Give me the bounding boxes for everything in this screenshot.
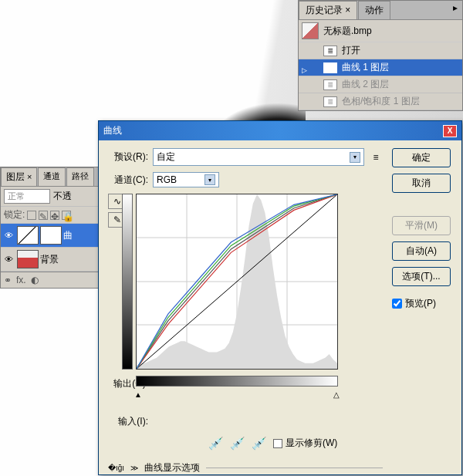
chevron-expand-icon: ≫: [130, 464, 138, 472]
input-label: 输入(I):: [108, 415, 148, 428]
lock-transparent-icon[interactable]: [27, 211, 36, 220]
lock-pixels-icon[interactable]: ✎: [39, 211, 48, 220]
open-step-icon: ≡: [323, 46, 337, 56]
black-eyedropper-icon[interactable]: 💉: [208, 436, 224, 451]
document-title: 无标题.bmp: [323, 25, 372, 38]
curves-step-icon: ≡: [323, 79, 337, 90]
ok-button[interactable]: 确定: [392, 148, 451, 167]
channel-value: RGB: [157, 174, 177, 185]
history-item-label: 色相/饱和度 1 图层: [342, 95, 420, 108]
show-clipping-label: 显示修剪(W): [286, 437, 337, 450]
history-panel: 历史记录 × 动作 ▸ 无标题.bmp ≡ 打开 ≡ 曲线 1 图层 ≡ 曲线 …: [298, 0, 463, 111]
history-marker-icon: [302, 98, 309, 106]
tab-channels[interactable]: 通道: [38, 167, 66, 186]
history-item-label: 打开: [342, 44, 360, 57]
visibility-eye-icon[interactable]: 👁: [2, 230, 15, 241]
history-item-label: 曲线 2 图层: [342, 78, 389, 91]
black-point-slider[interactable]: ▲: [134, 390, 142, 399]
output-gradient-icon: [122, 194, 133, 370]
layer-thumb-icon: [17, 250, 39, 268]
history-item[interactable]: ≡ 打开: [299, 42, 462, 59]
layer-mask-icon: [40, 226, 62, 245]
chevron-down-icon: ▾: [204, 174, 215, 185]
divider: [206, 468, 383, 468]
eyedropper-row: 💉 💉 💉 显示修剪(W): [208, 436, 383, 451]
history-item[interactable]: ≡ 曲线 1 图层: [299, 59, 462, 76]
blend-mode-select[interactable]: 正常: [4, 189, 50, 204]
history-marker-icon: [302, 47, 309, 55]
input-gradient-icon: [136, 376, 338, 387]
link-layers-icon[interactable]: ⚭: [4, 275, 12, 285]
preset-menu-icon[interactable]: ≡: [369, 150, 383, 164]
smooth-button: 平滑(M): [392, 216, 451, 235]
white-eyedropper-icon[interactable]: 💉: [252, 436, 267, 451]
preview-label: 预览(P): [405, 297, 436, 310]
hue-step-icon: ≡: [323, 96, 337, 107]
lock-position-icon[interactable]: ✥: [50, 211, 59, 220]
tab-paths[interactable]: 路径: [66, 167, 94, 186]
layer-name: 曲: [63, 229, 73, 242]
visibility-eye-icon[interactable]: 👁: [2, 254, 15, 265]
display-options-label: 曲线显示选项: [144, 461, 200, 474]
fx-button[interactable]: fx.: [16, 275, 26, 285]
channel-select[interactable]: RGB ▾: [153, 172, 219, 187]
document-thumb-icon: [302, 22, 319, 39]
history-current-icon: [302, 64, 309, 72]
show-clipping-checkbox[interactable]: 显示修剪(W): [273, 437, 337, 450]
tab-actions[interactable]: 动作: [358, 1, 390, 19]
tab-layers[interactable]: 图层 ×: [1, 167, 37, 186]
opacity-label: 不透: [53, 190, 72, 203]
preset-value: 自定: [157, 150, 175, 164]
gray-eyedropper-icon[interactable]: 💉: [230, 436, 245, 451]
preset-select[interactable]: 自定 ▾: [153, 148, 364, 166]
checkbox-box-icon: [273, 439, 282, 448]
history-item[interactable]: ≡ 曲线 2 图层: [299, 76, 462, 93]
close-button[interactable]: X: [443, 125, 457, 137]
history-document-row[interactable]: 无标题.bmp: [299, 20, 462, 42]
cancel-button[interactable]: 取消: [392, 174, 451, 193]
curves-svg: [137, 194, 337, 369]
dialog-button-column: 确定 取消 平滑(M) 自动(A) 选项(T)... 预览(P): [392, 148, 452, 474]
mask-button-icon[interactable]: ◐: [31, 275, 39, 285]
preview-checkbox-input[interactable]: [392, 299, 402, 309]
history-item-label: 曲线 1 图层: [342, 61, 389, 74]
preview-checkbox[interactable]: 预览(P): [392, 297, 452, 310]
tab-history[interactable]: 历史记录 ×: [299, 1, 357, 19]
channel-label: 通道(C):: [108, 174, 148, 187]
options-button[interactable]: 选项(T)...: [392, 267, 451, 286]
white-point-slider[interactable]: △: [333, 390, 340, 399]
display-options-toggle[interactable]: �ığı ≫ 曲线显示选项: [108, 457, 383, 474]
preset-label: 预设(R):: [108, 150, 148, 164]
history-item[interactable]: ≡ 色相/饱和度 1 图层: [299, 93, 462, 110]
curves-graph[interactable]: [136, 194, 338, 370]
history-tabs: 历史记录 × 动作 ▸: [299, 1, 462, 20]
curves-dialog: 曲线 X 预设(R): 自定 ▾ ≡ 通道(C): RGB ▾: [98, 120, 462, 475]
chevron-expand-icon: �ığı: [108, 464, 124, 472]
lock-label: 锁定:: [4, 208, 25, 221]
dialog-titlebar[interactable]: 曲线 X: [99, 121, 461, 140]
curves-step-icon: ≡: [323, 62, 337, 73]
layer-thumb-icon: [17, 226, 39, 245]
history-list: ≡ 打开 ≡ 曲线 1 图层 ≡ 曲线 2 图层 ≡ 色相/饱和度 1 图层: [299, 42, 462, 110]
auto-button[interactable]: 自动(A): [392, 241, 451, 261]
panel-menu-button[interactable]: ▸: [448, 1, 462, 19]
history-marker-icon: [302, 81, 309, 89]
layer-name: 背景: [40, 253, 59, 266]
chevron-down-icon: ▾: [350, 152, 360, 163]
lock-all-icon[interactable]: 🔒: [62, 211, 71, 220]
dialog-title: 曲线: [103, 124, 122, 137]
